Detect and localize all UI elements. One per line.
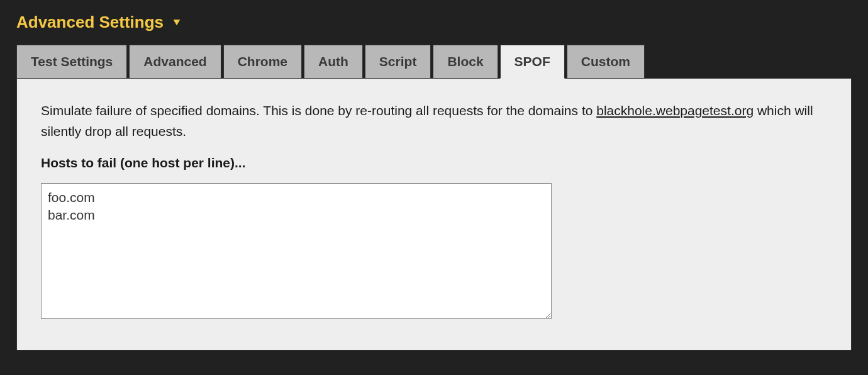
tab-custom[interactable]: Custom: [567, 45, 645, 79]
tab-spof[interactable]: SPOF: [500, 45, 565, 79]
advanced-settings-title: Advanced Settings: [16, 13, 164, 32]
hosts-label: Hosts to fail (one host per line)...: [41, 155, 827, 171]
blackhole-link[interactable]: blackhole.webpagetest.org: [596, 103, 754, 118]
tab-chrome[interactable]: Chrome: [223, 45, 302, 79]
tab-auth[interactable]: Auth: [304, 45, 363, 79]
spof-panel: Simulate failure of specified domains. T…: [16, 78, 852, 350]
advanced-settings-toggle[interactable]: Advanced Settings ▼: [16, 13, 852, 32]
settings-tabs: Test Settings Advanced Chrome Auth Scrip…: [16, 45, 852, 79]
tab-script[interactable]: Script: [365, 45, 431, 79]
hosts-to-fail-input[interactable]: [41, 183, 552, 319]
spof-description: Simulate failure of specified domains. T…: [41, 101, 827, 142]
tab-test-settings[interactable]: Test Settings: [16, 45, 127, 79]
description-text-pre: Simulate failure of specified domains. T…: [41, 103, 596, 118]
tab-block[interactable]: Block: [433, 45, 498, 79]
chevron-down-icon: ▼: [171, 17, 182, 28]
tab-advanced[interactable]: Advanced: [129, 45, 221, 79]
